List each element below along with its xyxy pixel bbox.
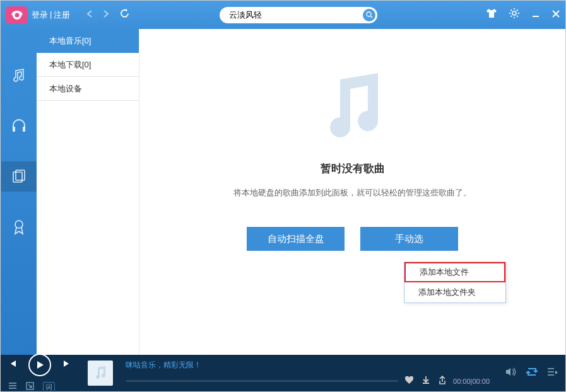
svg-point-1: [15, 13, 19, 17]
sidebar-music-icon[interactable]: [1, 61, 37, 91]
search-button[interactable]: [363, 9, 375, 21]
expand-icon[interactable]: [26, 382, 34, 392]
download-icon[interactable]: [422, 376, 430, 386]
header: 登录 | 注册: [1, 1, 565, 29]
svg-point-4: [512, 11, 516, 15]
prev-track-icon[interactable]: [8, 359, 17, 371]
svg-line-3: [370, 16, 372, 18]
sidebar-badge-icon[interactable]: [1, 212, 37, 242]
music-note-placeholder-icon: [312, 67, 394, 149]
shirt-icon[interactable]: [486, 8, 497, 21]
empty-title: 暂时没有歌曲: [321, 161, 385, 176]
manual-select-button[interactable]: 手动选: [360, 227, 458, 251]
subnav-local-download[interactable]: 本地下载[0]: [37, 53, 139, 77]
volume-icon[interactable]: [505, 367, 517, 379]
sub-nav: 本地音乐[0] 本地下载[0] 本地设备: [37, 29, 139, 355]
time-display: 00:00|00:00: [453, 378, 490, 385]
register-link[interactable]: 注册: [54, 9, 70, 21]
dropdown-add-file[interactable]: 添加本地文件: [404, 262, 505, 282]
empty-description: 将本地硬盘的歌曲添加到此面板，就可以轻松的管理这些歌曲了。: [233, 187, 471, 199]
auto-scan-button[interactable]: 自动扫描全盘: [247, 227, 345, 251]
svg-rect-8: [13, 127, 15, 132]
login-link[interactable]: 登录: [32, 9, 48, 21]
close-icon[interactable]: [551, 9, 560, 21]
dropdown-add-folder[interactable]: 添加本地文件夹: [404, 282, 505, 303]
subnav-local-music[interactable]: 本地音乐[0]: [37, 29, 139, 53]
next-track-icon[interactable]: [62, 359, 71, 371]
repeat-icon[interactable]: [526, 367, 538, 379]
left-sidebar: [1, 29, 37, 355]
lyric-button[interactable]: 词: [43, 382, 55, 392]
queue-icon[interactable]: [547, 367, 558, 379]
svg-point-2: [367, 12, 371, 16]
search-input[interactable]: [220, 7, 377, 23]
add-file-dropdown: 添加本地文件 添加本地文件夹: [404, 262, 506, 303]
nav-back-icon[interactable]: [86, 9, 93, 20]
minimize-icon[interactable]: [531, 9, 540, 21]
favorite-icon[interactable]: [404, 376, 414, 386]
svg-rect-9: [23, 127, 25, 132]
player-bar: 词 咪咕音乐，精彩无限！: [1, 355, 565, 391]
player-status-text: 咪咕音乐，精彩无限！: [126, 360, 490, 371]
nav-forward-icon[interactable]: [103, 9, 109, 20]
svg-point-12: [15, 221, 23, 228]
sidebar-headphones-icon[interactable]: [1, 111, 37, 141]
main-content: 暂时没有歌曲 将本地硬盘的歌曲添加到此面板，就可以轻松的管理这些歌曲了。 自动扫…: [139, 29, 565, 355]
refresh-icon[interactable]: [119, 8, 130, 21]
gear-icon[interactable]: [509, 8, 520, 22]
subnav-local-device[interactable]: 本地设备: [37, 77, 139, 101]
sidebar-library-icon[interactable]: [1, 161, 37, 192]
album-art[interactable]: [88, 360, 113, 386]
playlist-icon[interactable]: [8, 382, 17, 392]
play-button[interactable]: [28, 354, 51, 376]
app-logo[interactable]: [6, 6, 28, 24]
progress-bar[interactable]: [126, 380, 398, 382]
share-icon[interactable]: [438, 376, 447, 386]
